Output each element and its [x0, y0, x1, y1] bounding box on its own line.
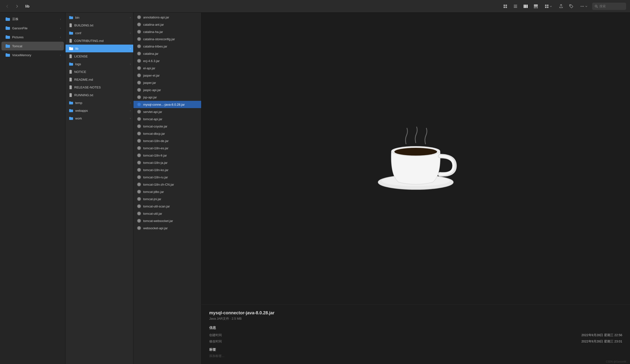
preview-info: mysql-connector-java-8.0.28.jar Java JAR… — [202, 304, 630, 364]
middle-item-temp[interactable]: temp › — [66, 99, 133, 107]
file-item-catalina-ha[interactable]: catalina-ha.jar — [134, 28, 201, 35]
middle-item-label: CONTRIBUTING.md — [74, 39, 104, 43]
file-item-tomcat-i18n-es[interactable]: tomcat-i18n-es.jar — [134, 145, 201, 152]
forward-button[interactable] — [14, 3, 20, 10]
file-item-mysql-connector[interactable]: mysql-conne...-java-8.0.28.jar — [134, 101, 201, 108]
sidebar-item-douzhu[interactable]: 豆株 › — [2, 15, 64, 23]
jar-icon — [137, 59, 141, 63]
file-item-catalina-tribes[interactable]: catalina-tribes.jar — [134, 43, 201, 50]
file-item-catalina[interactable]: catalina.jar — [134, 50, 201, 57]
modified-label: 修改时间 — [209, 339, 222, 344]
file-item-tomcat-websocket[interactable]: tomcat-websocket.jar — [134, 217, 201, 224]
middle-item-contributing[interactable]: CONTRIBUTING.md — [66, 37, 133, 45]
created-label: 创建时间 — [209, 333, 222, 337]
tag-button[interactable] — [567, 2, 576, 11]
middle-item-webapps[interactable]: webapps › — [66, 107, 133, 114]
file-item-annotations[interactable]: annotations-api.jar — [134, 13, 201, 21]
jar-icon — [137, 117, 141, 121]
svg-rect-14 — [545, 4, 546, 6]
file-item-jasper-el[interactable]: jasper-el.jar — [134, 72, 201, 79]
middle-item-logs[interactable]: logs › — [66, 60, 133, 68]
file-item-el-api[interactable]: el-api.jar — [134, 64, 201, 72]
file-item-tomcat-util-scan[interactable]: tomcat-util-scan.jar — [134, 203, 201, 210]
file-item-label: tomcat-i18n-ja.jar — [143, 161, 168, 165]
search-bar[interactable] — [592, 3, 626, 10]
file-item-catalina-storeconfig[interactable]: catalina-storeconfig.jar — [134, 35, 201, 43]
middle-item-conf[interactable]: conf › — [66, 29, 133, 37]
view-icon-gallery[interactable] — [532, 2, 540, 11]
folder-icon — [5, 17, 10, 21]
file-item-jaspic-api[interactable]: jaspic-api.jar — [134, 86, 201, 94]
middle-item-bin[interactable]: bin › — [66, 13, 133, 21]
chevron-right-icon: › — [60, 54, 61, 56]
created-value: 2022年9月28日 星期三 22:56 — [582, 333, 622, 337]
file-item-jasper[interactable]: jasper.jar — [134, 79, 201, 86]
file-item-tomcat-i18n-ru[interactable]: tomcat-i18n-ru.jar — [134, 174, 201, 181]
file-item-label: tomcat-i18n-ko.jar — [143, 168, 168, 172]
middle-item-label: conf — [75, 31, 81, 35]
svg-rect-0 — [504, 4, 505, 6]
middle-item-label: LICENSE — [74, 54, 88, 58]
middle-item-lib[interactable]: lib › — [66, 45, 133, 52]
sidebar-item-tomcat[interactable]: Tomcat › — [2, 42, 64, 50]
view-icon-list[interactable] — [511, 2, 520, 11]
file-item-tomcat-dbcp[interactable]: tomcat-dbcp.jar — [134, 130, 201, 137]
sidebar-item-pictures[interactable]: Pictures › — [2, 33, 64, 41]
jar-icon — [137, 95, 141, 99]
middle-item-label: temp — [75, 101, 82, 105]
sidebar-item-garsonfile[interactable]: GarsonFile › — [2, 24, 64, 32]
view-icon-grid[interactable] — [501, 2, 510, 11]
file-item-tomcat-coyote[interactable]: tomcat-coyote.jar — [134, 123, 201, 130]
file-item-label: tomcat-jni.jar — [143, 197, 161, 201]
chevron-right-icon: › — [130, 101, 131, 104]
watermark: CSDN @GarsonW... — [606, 360, 628, 363]
middle-item-readme[interactable]: README.md — [66, 76, 133, 83]
actions-button[interactable] — [542, 2, 555, 11]
middle-item-release-notes[interactable]: RELEASE-NOTES — [66, 83, 133, 91]
search-input[interactable] — [600, 4, 624, 8]
file-item-tomcat-jni[interactable]: tomcat-jni.jar — [134, 195, 201, 203]
middle-item-notice[interactable]: NOTICE — [66, 68, 133, 76]
middle-item-label: bin — [75, 16, 79, 19]
middle-item-building[interactable]: BUILDING.txt — [66, 21, 133, 29]
file-item-tomcat-i18n-ja[interactable]: tomcat-i18n-ja.jar — [134, 159, 201, 166]
more-button[interactable] — [577, 2, 591, 11]
main-content: 豆株 › GarsonFile › Pictures › Tomcat › — [0, 12, 630, 364]
file-item-label: tomcat-util-scan.jar — [143, 204, 170, 208]
jar-icon — [137, 73, 141, 78]
sidebar-item-voicememory[interactable]: VoiceMemory › — [2, 51, 64, 59]
file-item-label: catalina.jar — [143, 52, 158, 55]
coffee-cup-image — [374, 120, 457, 197]
svg-rect-3 — [506, 6, 507, 8]
file-item-jsp-api[interactable]: jsp-api.jar — [134, 94, 201, 101]
file-item-websocket-api[interactable]: websocket-api.jar — [134, 224, 201, 232]
jar-icon — [137, 66, 141, 70]
file-item-tomcat-i18n-de[interactable]: tomcat-i18n-de.jar — [134, 137, 201, 145]
file-item-servlet-api[interactable]: servlet-api.jar — [134, 108, 201, 115]
share-button[interactable] — [557, 2, 566, 11]
file-item-tomcat-i18n-fr[interactable]: tomcat-i18n-fr.jar — [134, 152, 201, 159]
chevron-right-icon: › — [60, 36, 61, 38]
jar-icon — [137, 153, 141, 158]
preview-pane: mysql-connector-java-8.0.28.jar Java JAR… — [202, 12, 630, 364]
file-item-tomcat-api[interactable]: tomcat-api.jar — [134, 115, 201, 123]
svg-rect-6 — [514, 7, 517, 8]
middle-item-running[interactable]: RUNNING.txt — [66, 91, 133, 99]
file-item-tomcat-util[interactable]: tomcat-util.jar — [134, 210, 201, 217]
file-item-tomcat-i18n-ko[interactable]: tomcat-i18n-ko.jar — [134, 166, 201, 174]
file-item-catalina-ant[interactable]: catalina-ant.jar — [134, 21, 201, 28]
file-item-tomcat-i18n-zh[interactable]: tomcat-i18n-zh-CN.jar — [134, 181, 201, 188]
file-item-tomcat-jdbc[interactable]: tomcat-jdbc.jar — [134, 188, 201, 195]
file-item-label: mysql-conne...-java-8.0.28.jar — [143, 103, 185, 106]
middle-item-label: lib — [75, 47, 78, 50]
jar-icon — [137, 219, 141, 223]
middle-item-work[interactable]: work › — [66, 114, 133, 122]
file-item-ecj[interactable]: ecj-4.6.3.jar — [134, 57, 201, 64]
back-button[interactable] — [4, 3, 11, 10]
view-icon-columns[interactable] — [521, 2, 530, 11]
folder-icon — [5, 53, 10, 57]
tags-input[interactable]: 添加标签... — [209, 354, 622, 358]
middle-item-license[interactable]: LICENSE — [66, 52, 133, 60]
file-item-label: tomcat-i18n-de.jar — [143, 139, 169, 143]
middle-item-label: BUILDING.txt — [74, 23, 94, 27]
